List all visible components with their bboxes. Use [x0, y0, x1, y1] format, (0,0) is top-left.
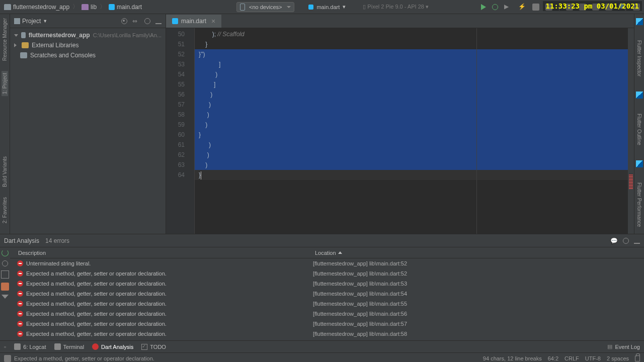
- hide-icon[interactable]: [155, 23, 162, 24]
- project-folder-icon: [21, 32, 26, 38]
- todo-tab[interactable]: TODO: [141, 344, 166, 350]
- project-panel: Project ▼ ⇔ flutternestedrow_app C:\User…: [10, 14, 166, 234]
- select-opened-file-icon[interactable]: [121, 18, 127, 24]
- refresh-icon[interactable]: [2, 249, 9, 256]
- hot-reload-button[interactable]: ⚡: [518, 3, 526, 11]
- dart-analysis-tab[interactable]: Dart Analysis: [92, 343, 133, 350]
- gear-icon[interactable]: [2, 260, 8, 266]
- breadcrumb-file[interactable]: main.dart: [109, 4, 142, 11]
- filter-icon[interactable]: [2, 295, 9, 299]
- terminal-tab[interactable]: Terminal: [54, 343, 85, 350]
- profile-button[interactable]: ▶: [504, 3, 512, 11]
- error-row[interactable]: Expected a method, getter, setter or ope…: [10, 299, 644, 309]
- dropdown-icon[interactable]: ▼: [43, 19, 47, 24]
- col-location[interactable]: Location: [310, 250, 644, 256]
- debug-button[interactable]: [492, 4, 498, 10]
- close-icon[interactable]: ×: [211, 17, 215, 25]
- error-icon: [17, 291, 23, 297]
- autoscroll-icon[interactable]: [1, 270, 9, 279]
- error-count: 14 errors: [45, 237, 69, 244]
- settings-icon[interactable]: [623, 238, 629, 244]
- code-line[interactable]: ]: [195, 59, 634, 69]
- col-description[interactable]: Description: [10, 250, 310, 256]
- dart-icon: [109, 4, 115, 10]
- tree-scratches[interactable]: Scratches and Consoles: [10, 50, 166, 60]
- tree-external-libs[interactable]: External Libraries: [10, 40, 166, 50]
- status-message: Expected a method, getter, setter or ope…: [14, 355, 154, 361]
- code-line[interactable]: ): [195, 69, 634, 79]
- code-line[interactable]: ): [195, 160, 634, 170]
- error-row[interactable]: Unterminated string literal.[flutternest…: [10, 258, 644, 268]
- chat-icon[interactable]: 💬: [610, 237, 618, 244]
- tool-window-icon[interactable]: ▫: [4, 343, 6, 350]
- hide-icon[interactable]: [634, 243, 640, 244]
- settings-icon[interactable]: [144, 18, 150, 24]
- code-line[interactable]: ): [195, 89, 634, 100]
- event-log-tab[interactable]: ▤Event Log: [607, 343, 640, 350]
- code-line[interactable]: }''): [195, 49, 634, 59]
- favorites-tab[interactable]: 2: Favorites: [2, 197, 8, 223]
- folder-icon: [20, 52, 27, 58]
- error-row[interactable]: Expected a method, getter, setter or ope…: [10, 319, 644, 329]
- flutter-performance-tab[interactable]: Flutter Performance: [636, 183, 642, 227]
- device-selector[interactable]: <no devices>: [236, 2, 294, 12]
- fold-gutter[interactable]: [189, 28, 195, 234]
- breadcrumb-folder[interactable]: lib: [82, 4, 97, 11]
- project-view-icon: [14, 18, 20, 24]
- encoding[interactable]: UTF-8: [585, 355, 601, 361]
- code-line[interactable]: ): [195, 110, 634, 120]
- run-config-selector[interactable]: main.dart ▾: [298, 2, 356, 12]
- analysis-toolbar: [0, 247, 10, 340]
- attach-button[interactable]: [532, 4, 539, 11]
- cursor-position[interactable]: 64:2: [548, 355, 558, 361]
- tree-root[interactable]: flutternestedrow_app C:\Users\Lorilla Fa…: [10, 30, 166, 40]
- dart-icon: [172, 18, 178, 24]
- error-row[interactable]: Expected a method, getter, setter or ope…: [10, 279, 644, 289]
- code-line[interactable]: ): [195, 120, 634, 130]
- code-line[interactable]: ): [195, 150, 634, 160]
- build-variants-tab[interactable]: Build Variants: [2, 156, 8, 187]
- editor: main.dart × 5051525354555657585960616263…: [166, 14, 634, 234]
- logcat-tab[interactable]: 6: Logcat: [14, 343, 46, 350]
- error-icon: [17, 281, 23, 287]
- indent[interactable]: 2 spaces: [607, 355, 629, 361]
- code-line[interactable]: ); // Scaffold: [195, 29, 634, 39]
- phone-icon: [240, 4, 245, 11]
- project-tree[interactable]: flutternestedrow_app C:\Users\Lorilla Fa…: [10, 28, 166, 62]
- flutter-inspector-tab[interactable]: Flutter Inspector: [636, 40, 642, 76]
- resource-manager-tab[interactable]: Resource Manager: [2, 18, 8, 61]
- avd-selector[interactable]: ▯ Pixel 2 Pie 9.0 - API 28 ▾: [360, 2, 439, 12]
- code-line[interactable]: }: [195, 39, 634, 49]
- flutter-outline-tab[interactable]: Flutter Outline: [636, 114, 642, 145]
- expand-all-icon[interactable]: ⇔: [132, 18, 139, 25]
- code-line[interactable]: ]: [195, 79, 634, 89]
- line-separator[interactable]: CRLF: [565, 355, 579, 361]
- lock-icon[interactable]: [635, 355, 640, 361]
- code-line[interactable]: ): [195, 100, 634, 110]
- code-line[interactable]: }: [195, 170, 634, 180]
- breadcrumb-project[interactable]: flutternestedrow_app: [4, 4, 69, 11]
- code-line[interactable]: ): [195, 140, 634, 150]
- code-editor[interactable]: 505152535455565758596061626364 ); // Sca…: [166, 28, 634, 234]
- folder-icon: [82, 4, 89, 10]
- overview-ruler[interactable]: [628, 28, 634, 234]
- project-title[interactable]: Project: [22, 18, 41, 25]
- error-list[interactable]: Unterminated string literal.[flutternest…: [10, 258, 644, 340]
- expand-arrow-icon[interactable]: [14, 43, 19, 47]
- error-icon: [17, 301, 23, 307]
- editor-tab-main[interactable]: main.dart ×: [166, 15, 221, 28]
- error-markers[interactable]: [629, 174, 633, 189]
- error-row[interactable]: Expected a method, getter, setter or ope…: [10, 329, 644, 339]
- error-row[interactable]: Expected a method, getter, setter or ope…: [10, 289, 644, 299]
- error-row[interactable]: Expected a method, getter, setter or ope…: [10, 268, 644, 279]
- status-icon: [4, 355, 11, 362]
- project-tab[interactable]: 1: Project: [2, 71, 8, 96]
- error-row[interactable]: Expected a method, getter, setter or ope…: [10, 309, 644, 319]
- error-icon: [17, 311, 23, 317]
- dart-icon: [308, 5, 313, 10]
- run-button[interactable]: [481, 4, 486, 10]
- code-line[interactable]: }: [195, 130, 634, 140]
- group-icon[interactable]: [1, 283, 9, 291]
- line-gutter: 505152535455565758596061626364: [166, 28, 189, 234]
- expand-arrow-icon[interactable]: [14, 34, 18, 37]
